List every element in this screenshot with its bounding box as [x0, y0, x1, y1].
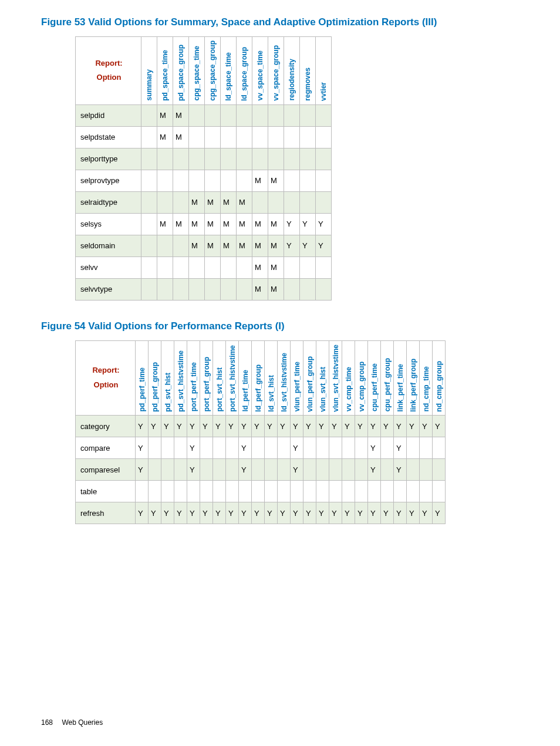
- table-cell: [221, 126, 237, 148]
- table-cell: M: [252, 235, 268, 256]
- table-cell: [161, 437, 174, 459]
- table-cell: Y: [368, 437, 381, 459]
- table-cell: [303, 481, 316, 502]
- table-cell: Y: [433, 502, 446, 524]
- row-label: category: [76, 416, 136, 437]
- table-cell: M: [221, 213, 237, 235]
- table-cell: [189, 148, 205, 170]
- row-label: compare: [76, 437, 136, 459]
- column-header: port_svt_histvstime: [226, 340, 239, 416]
- table-cell: Y: [300, 213, 316, 235]
- table-cell: [173, 170, 189, 191]
- table-cell: [268, 104, 284, 126]
- column-header: vlun_svt_hist: [316, 340, 329, 416]
- table-cell: [265, 481, 278, 502]
- table-cell: [213, 437, 226, 459]
- table-cell: M: [221, 235, 237, 256]
- row-label: selvv: [76, 256, 141, 278]
- table-cell: M: [173, 213, 189, 235]
- table-cell: [174, 459, 187, 481]
- table-cell: M: [157, 213, 173, 235]
- table-cell: [316, 278, 332, 300]
- table-cell: [316, 126, 332, 148]
- column-header: vlun_svt_histvstime: [329, 340, 342, 416]
- table-cell: M: [268, 213, 284, 235]
- table-cell: M: [268, 235, 284, 256]
- table-row: selprovtypeMM: [76, 170, 332, 191]
- table-cell: Y: [252, 502, 265, 524]
- table-cell: [237, 278, 252, 300]
- table-cell: [141, 170, 157, 191]
- table-row: selpdidMM: [76, 104, 332, 126]
- table-cell: [316, 459, 329, 481]
- column-header: cpg_space_group: [205, 37, 221, 105]
- table-cell: [141, 104, 157, 126]
- column-header: regiodensity: [284, 37, 300, 105]
- table-cell: [200, 481, 213, 502]
- table-cell: M: [268, 170, 284, 191]
- column-header: summary: [141, 37, 157, 105]
- table-cell: [173, 148, 189, 170]
- table-cell: Y: [149, 416, 161, 437]
- table-cell: [252, 126, 268, 148]
- table-cell: [226, 481, 239, 502]
- table-cell: [221, 278, 237, 300]
- table-cell: [407, 437, 420, 459]
- table-cell: [157, 235, 173, 256]
- column-header: vv_space_time: [252, 37, 268, 105]
- table-cell: [189, 170, 205, 191]
- column-header: pd_perf_group: [149, 340, 161, 416]
- table-cell: M: [237, 235, 252, 256]
- table-cell: [161, 459, 174, 481]
- table-cell: [205, 256, 221, 278]
- table-cell: [368, 481, 381, 502]
- table-cell: [173, 256, 189, 278]
- table-row: selvvtypeMM: [76, 278, 332, 300]
- figure-title: Figure 54 Valid Options for Performance …: [41, 320, 525, 332]
- table-cell: M: [173, 126, 189, 148]
- row-label: selraidtype: [76, 191, 141, 213]
- column-header: port_svt_hist: [213, 340, 226, 416]
- table-cell: Y: [291, 416, 303, 437]
- row-label: selpdstate: [76, 126, 141, 148]
- table-cell: [303, 459, 316, 481]
- table-row: compareYYYYYY: [76, 437, 446, 459]
- table-cell: Y: [381, 416, 394, 437]
- table-cell: [284, 148, 300, 170]
- table-cell: [300, 170, 316, 191]
- table-cell: [205, 148, 221, 170]
- column-header: vvtier: [316, 37, 332, 105]
- table-cell: M: [252, 213, 268, 235]
- table-cell: [239, 481, 252, 502]
- row-label: refresh: [76, 502, 136, 524]
- table-cell: [221, 256, 237, 278]
- table-row: compareselYYYYYY: [76, 459, 446, 481]
- table-cell: [278, 459, 291, 481]
- table-cell: M: [205, 235, 221, 256]
- table-cell: [278, 481, 291, 502]
- table-cell: [237, 256, 252, 278]
- row-label: seldomain: [76, 235, 141, 256]
- column-header: port_perf_time: [187, 340, 200, 416]
- table-cell: M: [205, 213, 221, 235]
- row-label: selprovtype: [76, 170, 141, 191]
- row-label: selsys: [76, 213, 141, 235]
- table-cell: M: [268, 278, 284, 300]
- column-header: regmoves: [300, 37, 316, 105]
- table-cell: [316, 104, 332, 126]
- table-cell: Y: [300, 235, 316, 256]
- table-cell: Y: [239, 459, 252, 481]
- table-cell: [141, 278, 157, 300]
- table-cell: Y: [149, 502, 161, 524]
- table-cell: [284, 126, 300, 148]
- table-cell: Y: [200, 502, 213, 524]
- table-cell: [265, 437, 278, 459]
- table-cell: Y: [200, 416, 213, 437]
- table-cell: Y: [187, 416, 200, 437]
- table-cell: Y: [213, 502, 226, 524]
- table-row: seldomainMMMMMMYYY: [76, 235, 332, 256]
- column-header: cpu_perf_time: [368, 340, 381, 416]
- table-cell: Y: [174, 502, 187, 524]
- column-header: pd_svt_histvstime: [174, 340, 187, 416]
- table-cell: [252, 481, 265, 502]
